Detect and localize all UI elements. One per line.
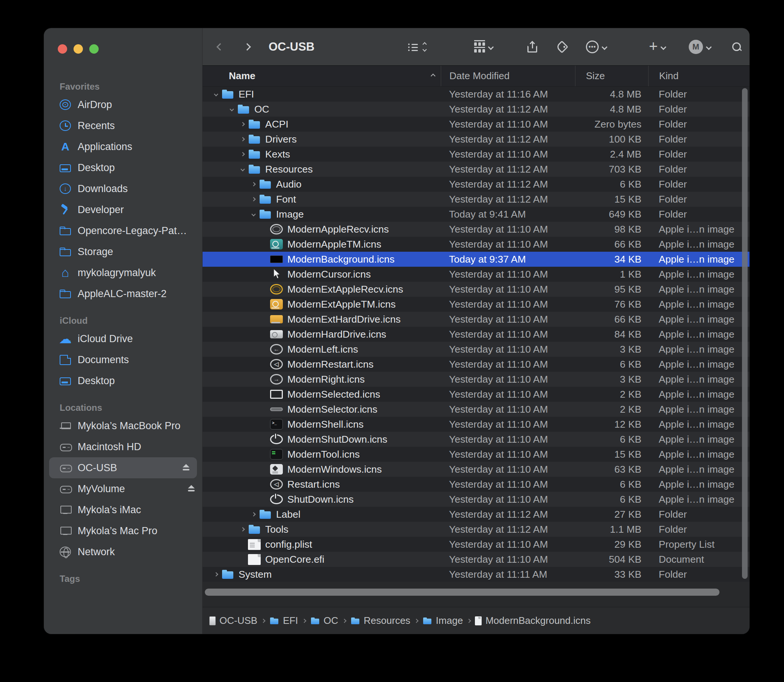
file-row[interactable]: ←ModernLeft.icnsYesterday at 11:10 AM3 K… — [202, 342, 749, 357]
sidebar-item-network[interactable]: Network — [44, 541, 202, 562]
file-row[interactable]: ModernShutDown.icnsYesterday at 11:10 AM… — [202, 432, 749, 447]
column-header-size[interactable]: Size — [575, 65, 648, 86]
pathbar-item-label: OC-USB — [220, 615, 257, 626]
column-header-kind[interactable]: Kind — [648, 65, 749, 86]
disclosure-down-icon[interactable] — [226, 108, 237, 111]
file-row[interactable]: ModernExtAppleTM.icnsYesterday at 11:10 … — [202, 297, 749, 312]
sidebar-item-recents[interactable]: Recents — [44, 115, 202, 136]
file-row[interactable]: AudioYesterday at 11:12 AM6 KBFolder — [202, 177, 749, 192]
pathbar-item[interactable]: Image — [422, 615, 463, 626]
file-row[interactable]: ModernTool.icnsYesterday at 11:10 AM15 K… — [202, 447, 749, 462]
sidebar-item-mykola-s-macbook-pro[interactable]: Mykola’s MacBook Pro — [44, 415, 202, 436]
file-row[interactable]: ModernExtAppleRecv.icnsYesterday at 11:1… — [202, 282, 749, 297]
sidebar-item-downloads[interactable]: Downloads — [44, 178, 202, 199]
file-row[interactable]: OpenCore.efiYesterday at 11:10 AM504 KBD… — [202, 552, 749, 567]
forward-button[interactable] — [245, 28, 250, 65]
sidebar-item-developer[interactable]: Developer — [44, 199, 202, 220]
sidebar-item-desktop[interactable]: Desktop — [44, 370, 202, 391]
sidebar-item-airdrop[interactable]: AirDrop — [44, 94, 202, 115]
file-row[interactable]: SystemYesterday at 11:11 AM33 KBFolder — [202, 567, 749, 582]
eject-icon[interactable] — [181, 463, 191, 472]
file-name: System — [239, 569, 272, 580]
pathbar-item[interactable]: ModernBackground.icns — [475, 615, 590, 626]
file-row[interactable]: ModernHardDrive.icnsYesterday at 11:10 A… — [202, 327, 749, 342]
disclosure-down-icon[interactable] — [211, 92, 221, 96]
file-row[interactable]: ShutDown.icnsYesterday at 11:10 AM6 KBAp… — [202, 492, 749, 507]
disclosure-right-icon[interactable] — [237, 528, 248, 531]
date-modified-cell: Yesterday at 11:10 AM — [441, 147, 575, 162]
file-row[interactable]: ModernShell.icnsYesterday at 11:10 AM12 … — [202, 417, 749, 432]
sidebar-item-opencore-legacy-pat-[interactable]: Opencore-Legacy-Pat… — [44, 220, 202, 241]
sidebar-item-documents[interactable]: Documents — [44, 349, 202, 370]
sidebar-item-myvolume[interactable]: MyVolume — [44, 478, 202, 499]
share-button[interactable] — [527, 28, 537, 65]
sidebar-item-desktop[interactable]: Desktop — [44, 157, 202, 178]
vertical-scrollbar[interactable] — [742, 88, 747, 579]
file-row[interactable]: ModernAppleTM.icnsYesterday at 11:10 AM6… — [202, 237, 749, 252]
sidebar-item-icloud-drive[interactable]: iCloud Drive — [44, 328, 202, 349]
file-row[interactable]: FontYesterday at 11:12 AM15 KBFolder — [202, 192, 749, 207]
sidebar-item-label: Mykola’s MacBook Pro — [78, 420, 196, 432]
sidebar-item-mykola-s-mac-pro[interactable]: Mykola’s Mac Pro — [44, 520, 202, 541]
date-modified-cell: Yesterday at 11:16 AM — [441, 87, 575, 102]
eject-icon[interactable] — [186, 484, 196, 493]
disclosure-right-icon[interactable] — [248, 513, 259, 516]
sidebar-item-macintosh-hd[interactable]: Macintosh HD — [44, 436, 202, 457]
disclosure-right-icon[interactable] — [211, 573, 221, 576]
back-button[interactable] — [218, 28, 223, 65]
tag-button[interactable] — [558, 28, 566, 65]
sidebar-item-storage[interactable]: Storage — [44, 241, 202, 262]
sidebar-item-mykolagrymalyuk[interactable]: mykolagrymalyuk — [44, 262, 202, 283]
disclosure-right-icon[interactable] — [237, 123, 248, 126]
file-row[interactable]: ImageToday at 9:41 AM649 KBFolder — [202, 207, 749, 222]
sidebar-item-mykola-s-imac[interactable]: Mykola’s iMac — [44, 499, 202, 520]
file-row[interactable]: ModernSelected.icnsYesterday at 11:10 AM… — [202, 387, 749, 402]
file-row[interactable]: KextsYesterday at 11:10 AM2.4 MBFolder — [202, 147, 749, 162]
file-name: OC — [254, 104, 269, 115]
file-row[interactable]: ToolsYesterday at 11:12 AM1.1 MBFolder — [202, 522, 749, 537]
pathbar-item[interactable]: EFI — [269, 615, 298, 626]
file-row[interactable]: ◁ModernRestart.icnsYesterday at 11:10 AM… — [202, 357, 749, 372]
sidebar-item-oc-usb[interactable]: OC-USB — [49, 457, 197, 478]
sidebar-item-label: iCloud Drive — [78, 333, 196, 345]
horizontal-scrollbar[interactable] — [205, 589, 719, 596]
pathbar-item[interactable]: OC-USB — [209, 615, 257, 626]
disclosure-right-icon[interactable] — [248, 183, 259, 186]
file-row[interactable]: LabelYesterday at 11:12 AM27 KBFolder — [202, 507, 749, 522]
zoom-button[interactable] — [89, 44, 99, 54]
new-item-button[interactable]: + — [649, 28, 666, 65]
file-row[interactable]: DriversYesterday at 11:12 AM100 KBFolder — [202, 132, 749, 147]
file-row[interactable]: ModernWindows.icnsYesterday at 11:10 AM6… — [202, 462, 749, 477]
close-button[interactable] — [58, 44, 67, 54]
size-cell: 649 KB — [575, 207, 648, 222]
file-row[interactable]: config.plistYesterday at 11:10 AM29 KBPr… — [202, 537, 749, 552]
file-row[interactable]: ModernSelector.icnsYesterday at 11:10 AM… — [202, 402, 749, 417]
pathbar-item[interactable]: OC — [310, 615, 338, 626]
file-row[interactable]: ResourcesYesterday at 11:12 AM703 KBFold… — [202, 162, 749, 177]
disclosure-right-icon[interactable] — [237, 138, 248, 141]
account-button[interactable]: M — [689, 28, 711, 65]
file-row[interactable]: ModernAppleRecv.icnsYesterday at 11:10 A… — [202, 222, 749, 237]
disclosure-down-icon[interactable] — [248, 213, 259, 216]
disclosure-right-icon[interactable] — [248, 198, 259, 201]
file-row[interactable]: ◁Restart.icnsYesterday at 11:10 AM6 KBAp… — [202, 477, 749, 492]
column-header-name[interactable]: Name — [202, 65, 441, 86]
column-header-date[interactable]: Date Modified — [441, 65, 575, 86]
file-row[interactable]: ModernExtHardDrive.icnsYesterday at 11:1… — [202, 312, 749, 327]
file-row[interactable]: ModernBackground.icnsToday at 9:37 AM34 … — [202, 252, 749, 267]
minimize-button[interactable] — [73, 44, 83, 54]
more-actions-button[interactable]: ••• — [586, 28, 607, 65]
group-by-button[interactable] — [474, 28, 493, 65]
file-row[interactable]: ACPIYesterday at 11:10 AMZero bytesFolde… — [202, 117, 749, 132]
file-row[interactable]: EFIYesterday at 11:16 AM4.8 MBFolder — [202, 87, 749, 102]
file-row[interactable]: ModernCursor.icnsYesterday at 11:10 AM1 … — [202, 267, 749, 282]
sidebar-item-applealc-master-2[interactable]: AppleALC-master-2 — [44, 283, 202, 304]
sidebar-item-applications[interactable]: Applications — [44, 136, 202, 157]
disclosure-down-icon[interactable] — [237, 168, 248, 170]
file-row[interactable]: OCYesterday at 11:12 AM4.8 MBFolder — [202, 102, 749, 117]
search-button[interactable] — [731, 28, 742, 65]
disclosure-right-icon[interactable] — [237, 153, 248, 156]
view-mode-button[interactable] — [408, 28, 426, 65]
pathbar-item[interactable]: Resources — [351, 615, 410, 626]
file-row[interactable]: →ModernRight.icnsYesterday at 11:10 AM3 … — [202, 372, 749, 387]
